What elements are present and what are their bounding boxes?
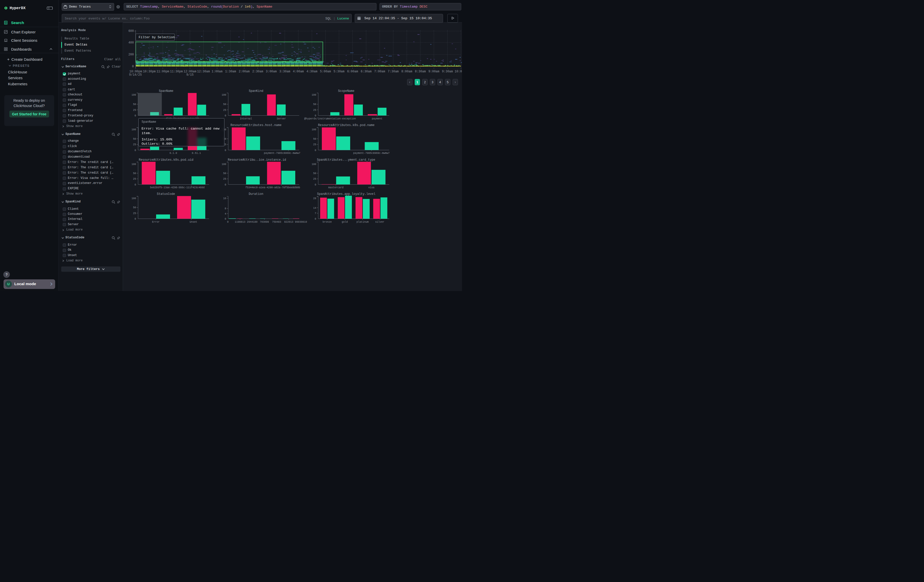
svg-text:3:30am: 3:30am (279, 70, 290, 73)
svg-text:0: 0 (225, 183, 226, 186)
svg-text:0.51.1: 0.51.1 (192, 152, 201, 155)
svg-text:25: 25 (223, 109, 226, 112)
svg-text:100: 100 (132, 163, 136, 166)
svg-text:payment-7985c8969c-mwmw7: payment-7985c8969c-mwmw7 (264, 152, 300, 155)
svg-text:6:30am: 6:30am (361, 70, 371, 73)
svg-text:0: 0 (315, 149, 316, 152)
svg-text:100: 100 (222, 94, 226, 96)
svg-text:25: 25 (133, 212, 136, 215)
svg-text:759483: 759483 (272, 221, 281, 223)
svg-text:visa: visa (368, 186, 375, 189)
svg-text:822013: 822013 (284, 221, 293, 223)
svg-text:SpanAttributes.app.loyalty.lev: SpanAttributes.app.loyalty.level (317, 192, 375, 196)
svg-text:0: 0 (135, 114, 136, 117)
svg-text:ResourceAttributes.host.name: ResourceAttributes.host.name (231, 124, 282, 127)
svg-text:0: 0 (227, 221, 228, 223)
svg-text:50: 50 (133, 206, 136, 209)
svg-text:2:30am: 2:30am (252, 70, 263, 73)
svg-text:Internal: Internal (240, 117, 252, 120)
svg-text:ResourceAttributes.k8s.pod.uid: ResourceAttributes.k8s.pod.uid (139, 158, 193, 162)
svg-text:14: 14 (313, 207, 316, 209)
svg-text:25: 25 (313, 178, 316, 180)
svg-text:11:30pm: 11:30pm (170, 70, 183, 73)
svg-text:0: 0 (135, 183, 136, 186)
svg-text:9/14/25: 9/14/25 (129, 73, 142, 77)
svg-text:100: 100 (132, 197, 136, 200)
svg-text:8: 8 (225, 207, 226, 210)
svg-text:50: 50 (133, 172, 136, 175)
svg-text:silver: silver (375, 221, 384, 223)
svg-text:StatusCode: StatusCode (157, 192, 175, 196)
svg-text:8:00am: 8:00am (401, 70, 412, 73)
svg-text:5:00am: 5:00am (320, 70, 331, 73)
svg-text:9:30am: 9:30am (442, 70, 453, 73)
svg-text:4:00am: 4:00am (293, 70, 304, 73)
svg-text:100: 100 (132, 128, 136, 131)
svg-text:2:00am: 2:00am (239, 70, 249, 73)
svg-text:platinum: platinum (356, 221, 369, 223)
svg-text:ResourceAttribu..ice.instance.: ResourceAttribu..ice.instance.id (228, 158, 286, 162)
svg-text:50: 50 (133, 103, 136, 106)
svg-text:0: 0 (315, 183, 316, 186)
svg-text:Unset: Unset (190, 221, 197, 223)
svg-text:7:30am: 7:30am (388, 70, 399, 73)
svg-text:400: 400 (128, 41, 134, 45)
svg-text:5:30am: 5:30am (333, 70, 344, 73)
svg-text:50: 50 (133, 138, 136, 140)
svg-text:50: 50 (313, 172, 316, 175)
svg-text:7:00am: 7:00am (374, 70, 385, 73)
svg-text:50: 50 (223, 172, 226, 175)
svg-text:16: 16 (223, 197, 226, 200)
svg-text:10:00am: 10:00am (455, 70, 462, 73)
svg-text:6:00am: 6:00am (347, 70, 358, 73)
svg-text:9/15: 9/15 (186, 73, 193, 77)
svg-text:0: 0 (225, 218, 226, 220)
svg-text:1:00am: 1:00am (211, 70, 223, 73)
svg-text:Duration: Duration (249, 192, 263, 196)
svg-text:10:30pm: 10:30pm (143, 70, 156, 73)
svg-text:7: 7 (315, 212, 316, 215)
svg-text:0: 0 (225, 114, 226, 117)
svg-text:4: 4 (225, 213, 226, 215)
svg-text:50: 50 (223, 103, 226, 106)
svg-text:100: 100 (312, 94, 316, 96)
svg-text:100: 100 (132, 94, 136, 96)
svg-text:28: 28 (313, 197, 316, 200)
svg-text:SpanKind: SpanKind (249, 89, 263, 93)
svg-text:25: 25 (313, 143, 316, 146)
svg-text:0: 0 (135, 149, 136, 152)
svg-text:12:30am: 12:30am (197, 70, 210, 73)
svg-text:25: 25 (133, 143, 136, 146)
svg-text:50: 50 (313, 138, 316, 140)
svg-text:5e02b5fb-13ae-4296-bbbc-111f42: 5e02b5fb-13ae-4296-bbbc-111f423c460d (150, 186, 205, 189)
svg-text:50: 50 (313, 103, 316, 106)
svg-text:12:00am: 12:00am (184, 70, 196, 73)
svg-text:25: 25 (313, 109, 316, 112)
svg-text:100: 100 (222, 163, 226, 166)
svg-text:payment: payment (372, 117, 382, 120)
svg-text:100: 100 (312, 163, 316, 166)
svg-text:@hyperdx/instrumentation-excep: @hyperdx/instrumentation-exception (304, 117, 356, 120)
svg-text:99930810: 99930810 (295, 221, 307, 223)
svg-text:ResourceAttributes.k8s.pod.nam: ResourceAttributes.k8s.pod.name (318, 124, 375, 127)
svg-text:703098: 703098 (260, 221, 269, 223)
svg-text:Error: Error (152, 221, 160, 223)
svg-text:25: 25 (223, 178, 226, 180)
svg-text:1:30am: 1:30am (225, 70, 236, 73)
svg-text:600: 600 (128, 30, 134, 33)
svg-text:mastercard: mastercard (328, 186, 343, 189)
svg-text:payment-7985c8969c-mwmw7: payment-7985c8969c-mwmw7 (353, 152, 389, 155)
svg-text:0: 0 (135, 218, 136, 220)
svg-text:25: 25 (133, 109, 136, 112)
svg-text:1198813: 1198813 (235, 221, 246, 223)
svg-text:SpanName: SpanName (159, 89, 173, 93)
svg-text:Filter by Selection: Filter by Selection (139, 36, 175, 39)
svg-text:8:30am: 8:30am (415, 70, 426, 73)
svg-text:200: 200 (128, 53, 134, 56)
svg-text:gold: gold (342, 221, 348, 223)
svg-text:0: 0 (315, 218, 316, 220)
svg-text:11:00pm: 11:00pm (156, 70, 169, 73)
svg-text:100: 100 (312, 128, 316, 131)
svg-text:9:00am: 9:00am (428, 70, 439, 73)
svg-text:0: 0 (225, 149, 226, 152)
